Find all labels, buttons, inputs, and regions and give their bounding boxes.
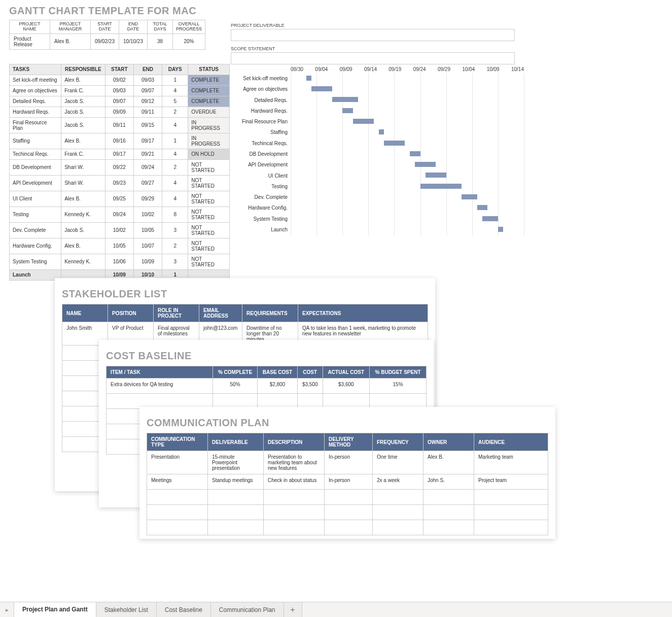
task-start: 09/24 [105,207,133,222]
summary-header-progress: OVERALL PROGRESS [173,20,205,34]
task-name: Testing [10,207,61,222]
summary-end: 10/10/23 [119,33,148,49]
deliverable-input[interactable] [231,29,515,41]
table-row: System TestingKennedy K.10/0610/093NOT S… [10,254,230,269]
comm-h-type: COMMUNICATION TYPE [147,433,208,451]
stakeholder-title: STAKEHOLDER LIST [62,288,428,300]
task-name: DB Development [10,159,61,175]
cost-item: Extra devices for QA testing [107,379,213,394]
task-days: 2 [162,159,188,175]
gantt-tick: 09/29 [438,66,450,72]
task-responsible: Alex B. [61,191,105,207]
tasks-header-end: END [133,64,162,75]
task-name: Hardware Config. [10,238,61,254]
communication-table: COMMUNICATION TYPE DELIVERABLE DESCRIPTI… [147,433,548,535]
gantt-bar [306,76,311,81]
gantt-row-label: DB Development [240,151,291,157]
gantt-row-label: Testing [240,184,291,189]
comm-h-desc: DESCRIPTION [264,433,325,451]
gantt-row: Hardward Reqs. [240,106,524,116]
task-status: OVERDUE [188,107,230,117]
comm-method: In-person [325,451,373,474]
gantt-row-label: Final Resource Plan [240,119,291,124]
comm-desc: Presentation to marketing team about new… [264,451,325,474]
summary-progress: 20% [173,33,205,49]
task-name: Final Resource Plan [10,117,61,133]
gantt-bar [420,184,462,189]
task-status: NOT STARTED [188,222,230,238]
task-end: 10/09 [133,254,162,269]
gantt-row-label: UI Client [240,173,291,179]
task-end: 09/15 [133,117,162,133]
gantt-bar [426,173,446,178]
comm-method: In-person [325,474,373,490]
gantt-row: Detailed Reqs. [240,94,524,105]
task-start: 09/16 [105,133,133,149]
gantt-tick: 09/24 [413,66,426,72]
task-days: 4 [162,85,188,96]
task-responsible: Alex B. [61,238,105,254]
table-row: Dev. CompleteJacob S.10/0210/053NOT STAR… [10,222,230,238]
task-days: 3 [162,222,188,238]
tasks-table: TASKS RESPONSIBLE START END DAYS STATUS … [9,64,230,281]
task-responsible: Frank C. [61,85,105,96]
task-name: Detailed Reqs. [10,96,61,107]
table-row: Meetings Standup meetings Check in about… [147,474,548,490]
cost-h-base: BASE COST [258,366,298,379]
gantt-row: Hardware Config. [240,202,524,213]
task-days: 4 [162,191,188,207]
task-end: 10/07 [133,238,162,254]
comm-owner: Alex B. [423,451,474,474]
task-end: 10/05 [133,222,162,238]
task-responsible: Alex B. [61,133,105,149]
cost-h-item: ITEM / TASK [107,366,213,379]
task-status: NOT STARTED [188,207,230,222]
task-start: 10/05 [105,238,133,254]
cost-actual: $3,600 [323,379,370,394]
comm-aud: Project team [474,474,548,490]
task-responsible: Jacob S. [61,107,105,117]
table-row: TestingKennedy K.09/2410/028NOT STARTED [10,207,230,222]
task-status: IN PROGRESS [188,133,230,149]
gantt-bar [477,205,487,210]
sh-h-req: REQUIREMENTS [242,304,298,322]
task-responsible: Jacob S. [61,96,105,107]
comm-deliv: Standup meetings [208,474,264,490]
gantt-row: Agree on objectives [240,84,524,94]
task-name: Dev. Complete [10,222,61,238]
table-row [147,505,548,520]
task-start: 10/06 [105,254,133,269]
gantt-row-label: Detailed Reqs. [240,97,291,103]
task-start: 09/22 [105,159,133,175]
summary-header-manager: PROJECT MANAGER [50,20,91,34]
summary-header-end: END DATE [119,20,148,34]
cost-cost: $3,500 [297,379,323,394]
scope-input[interactable] [231,52,515,64]
task-start: 10/02 [105,222,133,238]
comm-deliv: 15-minute Powerpoint presentation [208,451,264,474]
gantt-row: DB Development [240,149,524,159]
task-name: Techincal Reqs. [10,149,61,159]
task-name: API Development [10,175,61,191]
task-end: 09/12 [133,96,162,107]
comm-h-owner: OWNER [423,433,474,451]
scope-label: SCOPE STATEMENT [231,46,515,51]
tasks-header-days: DAYS [162,64,188,75]
table-row: Agree on objectivesFrank C.09/0309/074CO… [10,85,230,96]
deliverable-label: PROJECT DELIVERABLE [231,23,515,28]
task-status: NOT STARTED [188,175,230,191]
gantt-bar [332,97,358,102]
gantt-chart: 08/3009/0409/0909/1409/1909/2409/2910/04… [240,64,524,281]
gantt-row-label: Set kick-off meeting [240,76,291,81]
gantt-row-label: Launch [240,227,291,232]
gantt-row-label: Staffing [240,129,291,135]
gantt-row: UI Client [240,170,524,181]
task-end: 09/07 [133,85,162,96]
comm-owner: John S. [423,474,474,490]
table-row: Techincal Reqs.Frank C.09/1709/214ON HOL… [10,149,230,159]
task-status: ON HOLD [188,149,230,159]
table-row [147,490,548,505]
gantt-bar [410,151,420,156]
summary-start: 09/02/23 [91,33,119,49]
comm-title: COMMUNICATION PLAN [147,417,548,429]
